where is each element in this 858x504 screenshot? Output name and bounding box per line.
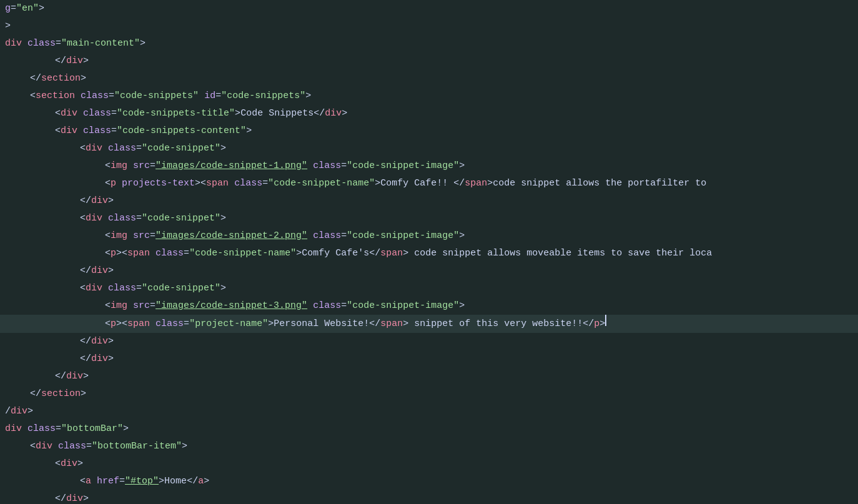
- token: class: [108, 210, 136, 227]
- token: div: [5, 420, 22, 438]
- token: "main-content": [61, 35, 140, 52]
- token: class: [83, 105, 111, 122]
- token: div: [61, 455, 77, 473]
- token: Personal Website!: [274, 315, 369, 333]
- token: img: [111, 297, 127, 315]
- token: >: [305, 87, 311, 105]
- token: class: [234, 175, 262, 192]
- token: >: [83, 368, 89, 385]
- token: span: [465, 175, 487, 192]
- token: [307, 227, 313, 245]
- token: code snippet allows moveable items to sa…: [408, 245, 712, 262]
- token: =: [262, 175, 268, 192]
- token: a: [86, 473, 91, 490]
- token: div: [61, 122, 77, 140]
- token: =: [150, 297, 155, 315]
- token: >: [39, 0, 44, 17]
- code-editor: g="en"> > div class="main-content"> </di…: [0, 0, 858, 504]
- token: [229, 175, 234, 192]
- token: <: [55, 105, 61, 122]
- token: >: [108, 262, 114, 280]
- token: =: [111, 122, 117, 140]
- token: [75, 87, 81, 105]
- token: <: [105, 245, 111, 262]
- token: >: [459, 157, 465, 175]
- token: >: [116, 245, 122, 262]
- token: "code-snippet-name": [189, 245, 296, 262]
- token: <: [105, 157, 111, 175]
- token: >: [81, 385, 86, 403]
- token: </: [80, 350, 91, 368]
- token: >: [487, 175, 493, 192]
- token: div: [86, 280, 102, 297]
- code-line-14: <img src="images/code-snippet-2.png" cla…: [0, 227, 858, 245]
- code-line-17: <div class="code-snippet">: [0, 280, 858, 297]
- token: </: [30, 70, 41, 87]
- code-line-22: </div>: [0, 368, 858, 385]
- token: "code-snippets-content": [117, 122, 246, 140]
- token: >: [235, 105, 240, 122]
- token: p: [594, 315, 599, 333]
- token: span: [127, 245, 150, 262]
- token: =: [109, 87, 114, 105]
- token: >: [599, 315, 605, 333]
- token: "code-snippet-image": [347, 157, 459, 175]
- token: =: [341, 297, 347, 315]
- token: div: [66, 490, 83, 504]
- token: snippet of this very website!!: [408, 315, 583, 333]
- token: class: [83, 122, 111, 140]
- token: [199, 87, 204, 105]
- token: >: [296, 245, 302, 262]
- code-line-3: div class="main-content">: [0, 35, 858, 52]
- token: span: [127, 315, 150, 333]
- token: "code-snippet-image": [347, 227, 459, 245]
- token: class: [155, 315, 184, 333]
- token: [307, 157, 313, 175]
- token: =: [56, 35, 61, 52]
- code-line-29: </div>: [0, 490, 858, 504]
- token: section: [36, 87, 75, 105]
- token: >: [342, 105, 347, 122]
- token: <: [80, 280, 86, 297]
- token: class: [155, 245, 184, 262]
- token: "project-name": [189, 315, 268, 333]
- token: <: [122, 315, 127, 333]
- text-cursor: [605, 315, 606, 326]
- token: "images/code-snippet-2.png": [155, 227, 307, 245]
- token: >: [123, 420, 129, 438]
- token: Comfy Cafe!!: [380, 175, 453, 192]
- token: >: [204, 473, 209, 490]
- token: p: [111, 245, 116, 262]
- token: [127, 297, 133, 315]
- token: <: [105, 315, 111, 333]
- token: <: [122, 245, 127, 262]
- token: <: [80, 140, 86, 157]
- token: [77, 105, 83, 122]
- token: div: [61, 105, 77, 122]
- token: </: [313, 105, 325, 122]
- code-line-28: <a href="#top">Home</a>: [0, 473, 858, 490]
- token: <: [30, 87, 36, 105]
- token: >: [108, 192, 114, 210]
- token: /: [5, 403, 11, 420]
- token: >: [195, 175, 200, 192]
- code-line-9: <div class="code-snippet">: [0, 140, 858, 157]
- token: </: [55, 368, 66, 385]
- token: div: [91, 350, 108, 368]
- token: </: [80, 192, 91, 210]
- token: g: [5, 0, 11, 17]
- token: div: [86, 210, 102, 227]
- token: >: [403, 245, 408, 262]
- code-line-8: <div class="code-snippets-content">: [0, 122, 858, 140]
- token: <: [30, 438, 36, 455]
- token: span: [206, 175, 229, 192]
- token: <: [200, 175, 206, 192]
- token: "code-snippets-title": [117, 105, 235, 122]
- token: =: [150, 157, 155, 175]
- token: [91, 473, 97, 490]
- token: <: [105, 227, 111, 245]
- token: div: [11, 403, 27, 420]
- token: src: [133, 227, 150, 245]
- code-line-25: div class="bottomBar">: [0, 420, 858, 438]
- token: >: [220, 140, 226, 157]
